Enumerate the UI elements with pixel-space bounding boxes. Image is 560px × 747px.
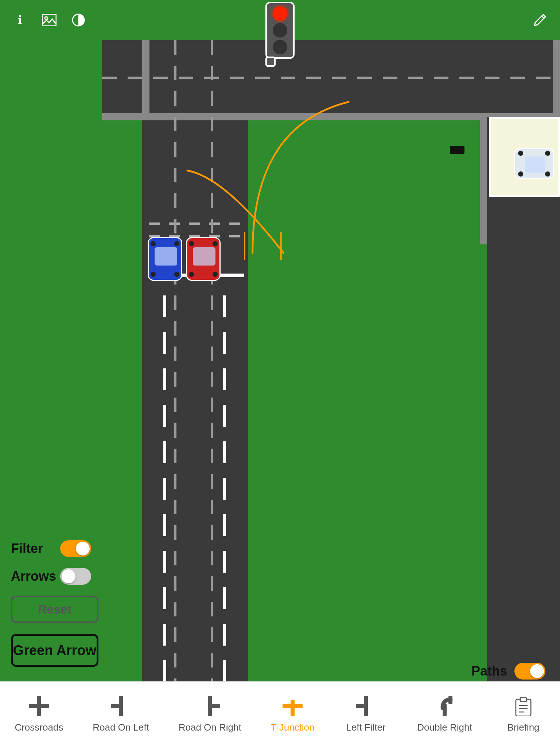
svg-rect-0: [42, 14, 56, 26]
tl-green-light: [273, 40, 287, 54]
info-icon[interactable]: ℹ: [11, 11, 29, 29]
svg-rect-7: [29, 704, 49, 708]
briefing-icon: [513, 696, 533, 719]
nav-briefing-label: Briefing: [507, 722, 539, 733]
nav-double-right[interactable]: Double Right: [410, 692, 479, 737]
car-white: [514, 148, 554, 179]
left-filter-icon: [356, 696, 376, 719]
car-blue: [148, 237, 182, 281]
tl-amber-light: [273, 23, 287, 38]
road-on-left-icon: [111, 696, 131, 719]
nav-road-on-right[interactable]: Road On Right: [171, 692, 249, 737]
arrows-label: Arrows: [11, 569, 56, 584]
svg-rect-8: [119, 696, 123, 716]
svg-rect-18: [448, 696, 452, 704]
crossroads-icon: [29, 696, 49, 719]
nav-road-on-left-label: Road On Left: [93, 722, 149, 733]
double-right-icon: [435, 696, 455, 719]
paths-label: Paths: [471, 663, 507, 679]
controls-panel: Filter Arrows Reset Green Arrow: [0, 40, 102, 681]
nav-double-right-label: Double Right: [417, 722, 472, 733]
bottom-nav: Crossroads Road On Left Road On Right: [0, 681, 560, 747]
nav-crossroads-label: Crossroads: [15, 722, 63, 733]
nav-left-filter[interactable]: Left Filter: [337, 692, 395, 737]
svg-rect-20: [520, 697, 526, 701]
arrows-toggle[interactable]: [60, 568, 91, 585]
reset-button[interactable]: Reset: [11, 596, 98, 623]
filter-control: Filter: [7, 540, 95, 557]
paths-control: Paths: [471, 663, 545, 680]
nav-t-junction-label: T-Junction: [271, 722, 315, 733]
arrows-control: Arrows: [7, 568, 95, 585]
road-right: [487, 117, 560, 681]
t-junction-icon: [283, 696, 303, 719]
curb-right: [480, 117, 487, 252]
nav-road-on-left[interactable]: Road On Left: [85, 692, 156, 737]
svg-point-1: [45, 17, 48, 20]
filter-label: Filter: [11, 541, 43, 556]
svg-rect-13: [283, 704, 303, 708]
green-arrow-button[interactable]: Green Arrow: [11, 634, 98, 667]
image-icon[interactable]: [40, 11, 58, 29]
edit-icon[interactable]: [531, 11, 549, 29]
car-red: [186, 237, 221, 281]
svg-line-3: [542, 16, 544, 18]
tl-arm: [265, 57, 276, 67]
traffic-light-top: [265, 2, 295, 67]
nav-crossroads[interactable]: Crossroads: [7, 692, 70, 737]
svg-rect-14: [364, 696, 368, 716]
nav-t-junction[interactable]: T-Junction: [264, 692, 322, 737]
road-on-right-icon: [200, 696, 220, 719]
svg-rect-9: [111, 704, 119, 708]
building-right: [489, 117, 560, 197]
nav-briefing[interactable]: Briefing: [494, 692, 552, 737]
filter-toggle[interactable]: [60, 540, 91, 557]
contrast-icon[interactable]: [69, 11, 88, 29]
nav-road-on-right-label: Road On Right: [179, 722, 241, 733]
road-vertical: [142, 40, 248, 681]
paths-toggle[interactable]: [514, 663, 545, 680]
svg-rect-10: [208, 696, 212, 716]
tl-red-light: [273, 6, 287, 21]
nav-left-filter-label: Left Filter: [346, 722, 385, 733]
toolbar: ℹ: [0, 0, 560, 40]
speed-camera-right: [450, 146, 464, 154]
svg-rect-11: [212, 704, 220, 708]
